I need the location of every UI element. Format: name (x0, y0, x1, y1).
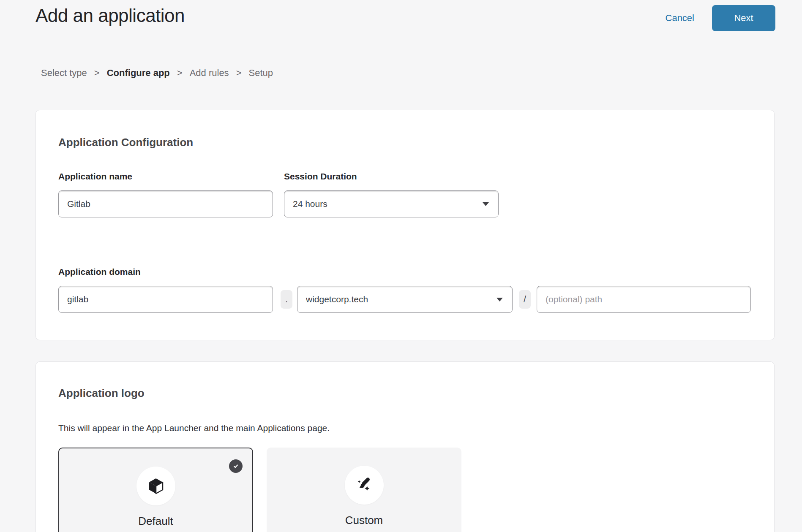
next-button[interactable]: Next (712, 5, 775, 31)
session-duration-label: Session Duration (284, 171, 499, 182)
breadcrumb-step-configure-app[interactable]: Configure app (107, 68, 170, 79)
application-name-label: Application name (58, 171, 273, 182)
application-domain-row: . widgetcorp.tech / (58, 286, 752, 313)
chevron-down-icon (482, 202, 489, 206)
page-title: Add an application (35, 4, 185, 27)
chevron-down-icon (496, 297, 503, 302)
breadcrumb-separator: > (94, 68, 100, 79)
name-duration-row: Application name Session Duration 24 hou… (58, 171, 752, 217)
custom-logo-circle (345, 466, 384, 505)
paintbrush-icon (355, 475, 374, 495)
session-duration-value: 24 hours (293, 199, 327, 209)
application-domain-label: Application domain (58, 267, 752, 277)
application-name-input[interactable] (58, 190, 273, 217)
application-logo-description: This will appear in the App Launcher and… (58, 423, 752, 433)
slash-separator: / (519, 290, 531, 309)
check-icon (232, 462, 240, 470)
breadcrumb-step-setup[interactable]: Setup (248, 68, 273, 79)
default-logo-circle (136, 467, 175, 505)
logo-option-custom-label: Custom (267, 513, 461, 527)
logo-option-tiles: Default Custom (58, 448, 752, 532)
subdomain-input[interactable] (58, 286, 273, 313)
selected-badge (229, 459, 243, 473)
session-duration-select[interactable]: 24 hours (284, 190, 499, 217)
breadcrumb: Select type > Configure app > Add rules … (41, 68, 273, 79)
breadcrumb-separator: > (236, 68, 242, 79)
page-header: Add an application Cancel Next (35, 4, 775, 31)
application-configuration-heading: Application Configuration (58, 136, 752, 149)
logo-option-custom[interactable]: Custom (267, 448, 461, 532)
cube-icon (146, 476, 166, 496)
path-input[interactable] (537, 286, 751, 313)
application-logo-card: Application logo This will appear in the… (35, 361, 775, 532)
dot-separator: . (281, 290, 292, 309)
session-duration-field: Session Duration 24 hours (284, 171, 499, 217)
header-actions: Cancel Next (666, 4, 775, 31)
logo-option-default-label: Default (59, 514, 252, 528)
logo-option-default[interactable]: Default (58, 448, 253, 532)
application-logo-heading: Application logo (58, 386, 752, 400)
breadcrumb-separator: > (177, 68, 183, 79)
application-configuration-card: Application Configuration Application na… (35, 110, 775, 340)
application-name-field: Application name (58, 171, 273, 217)
breadcrumb-step-select-type[interactable]: Select type (41, 68, 87, 79)
breadcrumb-step-add-rules[interactable]: Add rules (190, 68, 229, 79)
domain-select[interactable]: widgetcorp.tech (297, 286, 513, 313)
add-application-page: Add an application Cancel Next Select ty… (0, 0, 802, 532)
cancel-button[interactable]: Cancel (666, 5, 694, 31)
domain-select-value: widgetcorp.tech (306, 294, 368, 304)
